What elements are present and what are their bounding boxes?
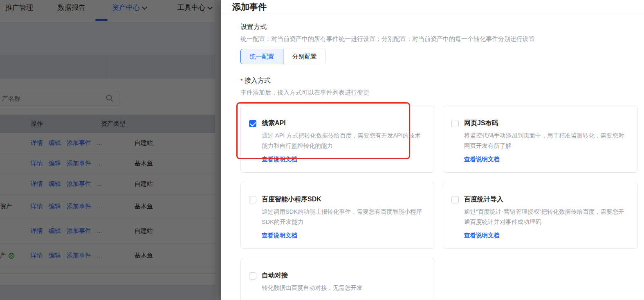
required-asterisk: * [240,77,243,84]
access-method-label: *接入方式 [240,77,644,85]
doc-link[interactable]: 查看说明文档 [464,156,500,163]
card-title: 百度统计导入 [464,195,628,204]
drawer-title: 添加事件 [232,2,267,11]
add-event-drawer: 添加事件 设置方式 统一配置：对当前资产中的所有事件统一进行设置；分别配置：对当… [221,0,644,300]
card-lead-api[interactable]: 线索API 通过 API 方式把转化数据传给百度，需要您有开发API的技术能力和… [240,106,435,173]
card-auto-connect[interactable]: 自动对接 转化数据由百度自动对接，无需您开发 [240,258,435,300]
card-title: 线索API [262,119,425,128]
card-description: 通过调用SDK的功能上报转化事件，需要您有百度智能小程序SDK的开发能力 [262,207,425,227]
access-method-cards: 线索API 通过 API 方式把转化数据传给百度，需要您有开发API的技术能力和… [240,106,644,300]
doc-link[interactable]: 查看说明文档 [464,232,500,239]
card-title: 百度智能小程序SDK [262,195,425,204]
lead-api-checkbox[interactable] [249,120,256,127]
card-baidu-tongji-import[interactable]: 百度统计导入 通过“百度统计-营销管理授权”把转化数据传给百度，需要您开通百度统… [443,182,638,249]
card-title: 自动对接 [262,271,363,280]
config-mode-segmented-control: 统一配置 分别配置 [240,49,644,64]
setting-method-description: 统一配置：对当前资产中的所有事件统一进行设置；分别配置：对当前资产中的每一个转化… [240,35,644,43]
card-smart-miniprogram-sdk[interactable]: 百度智能小程序SDK 通过调用SDK的功能上报转化事件，需要您有百度智能小程序S… [240,182,435,249]
doc-link[interactable]: 查看说明文档 [262,232,297,239]
page: 推广管理 数据报告 资产中心 工具中心 操作 资产类型 详情 [0,0,644,300]
miniprogram-sdk-checkbox[interactable] [249,196,256,203]
card-description: 转化数据由百度自动对接，无需您开发 [262,283,363,293]
access-method-description: 事件添加后，接入方式可以在事件列表进行变更 [240,89,644,97]
card-title: 网页JS布码 [464,119,628,128]
card-description: 通过“百度统计-营销管理授权”把转化数据传给百度，需要您开通百度统计并对事件成功… [464,207,628,227]
card-description: 通过 API 方式把转化数据传给百度，需要您有开发API的技术能力和自行监控转化… [262,131,425,151]
web-js-checkbox[interactable] [451,120,459,127]
setting-method-label: 设置方式 [240,23,644,32]
modal-dim-overlay[interactable] [0,0,221,300]
drawer-header: 添加事件 [221,0,644,14]
tongji-import-checkbox[interactable] [451,196,459,203]
card-description: 将监控代码手动添加到页面中，用于精准监测转化，需要您对网页开发有所了解 [464,131,628,151]
doc-link[interactable]: 查看说明文档 [262,156,297,163]
unified-config-button[interactable]: 统一配置 [240,49,283,64]
separate-config-button[interactable]: 分别配置 [283,49,326,64]
card-web-js-code[interactable]: 网页JS布码 将监控代码手动添加到页面中，用于精准监测转化，需要您对网页开发有所… [443,106,638,173]
auto-connect-checkbox[interactable] [249,272,256,280]
